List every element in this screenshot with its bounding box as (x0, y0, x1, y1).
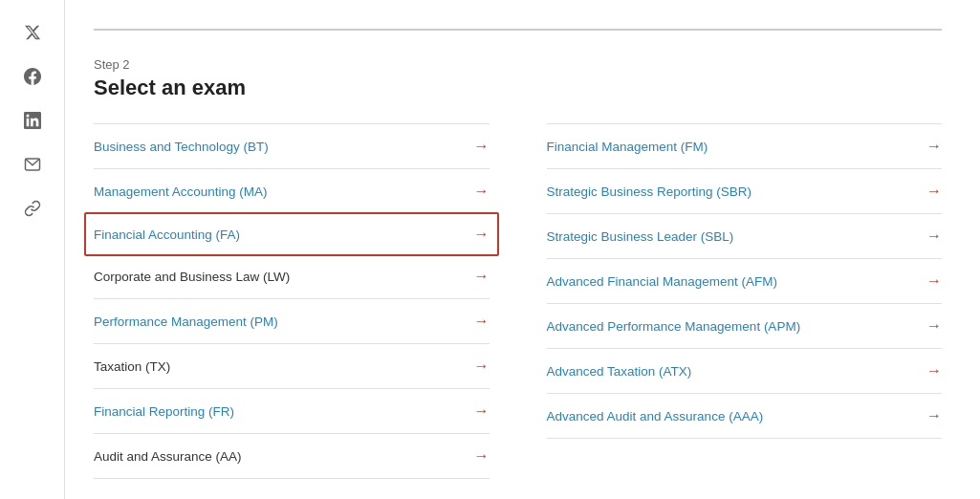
exam-label-tx: Taxation (TX) (94, 359, 170, 374)
exam-item-pm[interactable]: Performance Management (PM)→ (94, 299, 490, 344)
exam-label-aa: Audit and Assurance (AA) (94, 449, 242, 464)
exam-label-afm: Advanced Financial Management (AFM) (547, 274, 778, 289)
arrow-icon-bt: → (474, 138, 490, 155)
exam-label-lw: Corporate and Business Law (LW) (94, 270, 290, 284)
right-exam-column: Financial Management (FM)→Strategic Busi… (547, 123, 943, 479)
social-sidebar (0, 0, 65, 499)
arrow-icon-apm: → (926, 317, 942, 335)
twitter-icon[interactable] (19, 19, 46, 46)
arrow-icon-aa: → (474, 447, 490, 465)
arrow-icon-lw: → (474, 268, 490, 285)
exam-grid: Business and Technology (BT)→Management … (94, 123, 942, 479)
link-icon[interactable] (19, 195, 46, 222)
exam-item-fa[interactable]: Financial Accounting (FA)→ (84, 212, 499, 256)
page-title: Select an exam (94, 76, 942, 100)
exam-label-ma: Management Accounting (MA) (94, 184, 268, 199)
left-exam-column: Business and Technology (BT)→Management … (94, 123, 490, 479)
exam-item-sbl[interactable]: Strategic Business Leader (SBL)→ (547, 214, 943, 259)
top-divider (94, 29, 942, 38)
exam-item-tx[interactable]: Taxation (TX)→ (94, 344, 490, 389)
arrow-icon-ma: → (474, 183, 490, 200)
exam-label-fm: Financial Management (FM) (547, 140, 708, 154)
exam-label-bt: Business and Technology (BT) (94, 140, 269, 154)
exam-label-sbl: Strategic Business Leader (SBL) (547, 229, 734, 244)
exam-item-bt[interactable]: Business and Technology (BT)→ (94, 123, 490, 169)
exam-label-atx: Advanced Taxation (ATX) (547, 364, 692, 379)
exam-item-fm[interactable]: Financial Management (FM)→ (547, 123, 943, 169)
exam-item-afm[interactable]: Advanced Financial Management (AFM)→ (547, 259, 943, 304)
arrow-icon-fm: → (926, 138, 942, 155)
email-icon[interactable] (19, 151, 46, 178)
exam-label-aaa: Advanced Audit and Assurance (AAA) (547, 409, 764, 423)
main-content: Step 2 Select an exam Business and Techn… (65, 0, 980, 499)
arrow-icon-fa: → (474, 226, 490, 243)
arrow-icon-afm: → (926, 272, 942, 290)
arrow-icon-tx: → (474, 358, 490, 375)
exam-item-atx[interactable]: Advanced Taxation (ATX)→ (547, 349, 943, 394)
exam-item-apm[interactable]: Advanced Performance Management (APM)→ (547, 304, 943, 349)
exam-label-fr: Financial Reporting (FR) (94, 404, 234, 419)
step-label: Step 2 (94, 57, 942, 72)
exam-item-ma[interactable]: Management Accounting (MA)→ (94, 169, 490, 214)
exam-label-sbr: Strategic Business Reporting (SBR) (547, 184, 752, 199)
arrow-icon-fr: → (474, 402, 490, 420)
exam-label-pm: Performance Management (PM) (94, 315, 278, 329)
exam-item-aaa[interactable]: Advanced Audit and Assurance (AAA)→ (547, 394, 943, 439)
arrow-icon-aaa: → (926, 407, 942, 424)
exam-label-fa: Financial Accounting (FA) (94, 228, 240, 242)
exam-label-apm: Advanced Performance Management (APM) (547, 319, 801, 334)
linkedin-icon[interactable] (19, 107, 46, 134)
arrow-icon-sbl: → (926, 228, 942, 245)
facebook-icon[interactable] (19, 63, 46, 90)
exam-item-sbr[interactable]: Strategic Business Reporting (SBR)→ (547, 169, 943, 214)
arrow-icon-pm: → (474, 313, 490, 330)
arrow-icon-atx: → (926, 362, 942, 380)
exam-item-lw[interactable]: Corporate and Business Law (LW)→ (94, 254, 490, 299)
arrow-icon-sbr: → (926, 183, 942, 200)
exam-item-fr[interactable]: Financial Reporting (FR)→ (94, 389, 490, 434)
exam-item-aa[interactable]: Audit and Assurance (AA)→ (94, 434, 490, 479)
